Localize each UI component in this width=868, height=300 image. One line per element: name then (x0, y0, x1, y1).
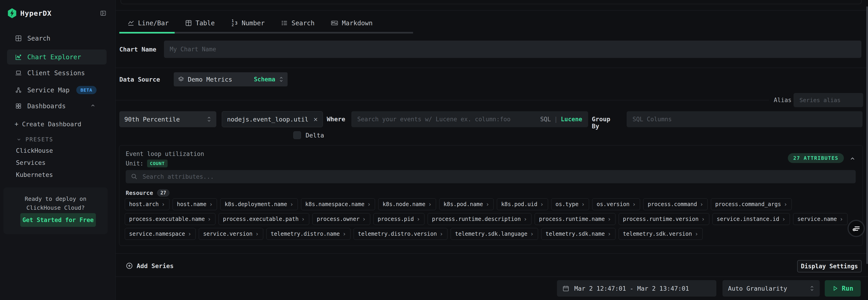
attribute-chip[interactable]: process.owner› (312, 213, 370, 225)
attribute-chip[interactable]: service.version› (199, 228, 263, 240)
metric-name: nodejs.event_loop.util (227, 116, 309, 123)
scrollbar[interactable] (866, 6, 868, 264)
chart-name-input[interactable] (164, 40, 861, 58)
create-dashboard-button[interactable]: + Create Dashboard (14, 120, 81, 128)
calendar-icon (562, 285, 569, 292)
attribute-chip[interactable]: telemetry.sdk.language› (451, 228, 538, 240)
chevron-right-icon: › (428, 201, 432, 208)
get-started-button[interactable]: Get Started for Free (20, 213, 96, 227)
attribute-chip[interactable]: process.command_args› (711, 198, 792, 210)
attribute-chip[interactable]: telemetry.sdk.name› (541, 228, 616, 240)
presets-toggle[interactable]: PRESETS (17, 136, 53, 143)
attribute-chip[interactable]: process.runtime.description› (428, 213, 531, 225)
attribute-chip[interactable]: process.runtime.name› (535, 213, 616, 225)
chevron-right-icon: › (255, 230, 259, 237)
attribute-chip[interactable]: service.namespace› (125, 228, 195, 240)
granularity-select[interactable]: Auto Granularity (722, 280, 820, 297)
attribute-chip[interactable]: service.name› (793, 213, 847, 225)
divider (116, 10, 868, 10)
attribute-chip[interactable]: k8s.node.name› (378, 198, 436, 210)
sidebar-item-label: Search (27, 35, 50, 42)
attribute-chip[interactable]: process.command› (643, 198, 708, 210)
dashboards-icon (15, 103, 22, 109)
metric-chip[interactable]: nodejs.event_loop.util ✕ (222, 111, 323, 127)
attribute-chip[interactable]: host.arch› (125, 198, 169, 210)
resource-count-badge: 27 (157, 189, 169, 196)
attribute-chip[interactable]: k8s.deployment.name› (220, 198, 298, 210)
scrolled-panel-edge (121, 0, 862, 4)
tab-label: Table (195, 19, 215, 27)
table-icon (185, 20, 192, 26)
sidebar-item-chart-explorer[interactable]: Chart Explorer (7, 50, 106, 64)
attribute-chip[interactable]: service.instance.id› (712, 213, 790, 225)
attribute-chip-label: k8s.namespace.name (305, 201, 365, 208)
tab-markdown[interactable]: Markdown (323, 14, 381, 32)
preset-item-kubernetes[interactable]: Kubernetes (16, 171, 53, 178)
aggregation-value: 90th Percentile (124, 116, 180, 123)
delta-checkbox[interactable] (293, 131, 301, 139)
sidebar: HyperDX Search Chart Explorer Client Ses… (0, 0, 116, 300)
tab-label: Markdown (342, 19, 373, 27)
number-123-icon: 123 (231, 19, 238, 27)
display-settings-button[interactable]: Display Settings (797, 260, 862, 272)
tab-table[interactable]: Table (177, 14, 223, 32)
group-by-input[interactable] (627, 111, 863, 127)
time-range-value: Mar 2 12:47:01 - Mar 2 13:47:01 (574, 285, 689, 292)
attribute-chip[interactable]: os.type› (551, 198, 589, 210)
chevron-right-icon: › (416, 216, 420, 222)
sidebar-item-service-map[interactable]: Service Map BETA (7, 83, 106, 98)
chevron-right-icon: › (701, 216, 705, 222)
data-source-select[interactable]: Demo Metrics Schema (174, 72, 287, 86)
sidebar-item-client-sessions[interactable]: Client Sessions (7, 65, 106, 80)
tab-search[interactable]: Search (273, 14, 323, 32)
attribute-chip[interactable]: process.executable.name› (125, 213, 215, 225)
sidebar-item-dashboards[interactable]: Dashboards (7, 99, 106, 113)
granularity-value: Auto Granularity (728, 285, 787, 292)
attribute-chip-label: process.pid (378, 216, 414, 222)
chevron-right-icon: › (784, 201, 787, 208)
tab-number[interactable]: 123 Number (223, 14, 273, 32)
attribute-chip[interactable]: k8s.pod.name› (439, 198, 494, 210)
lucene-toggle[interactable]: Lucene (561, 116, 582, 122)
sql-toggle[interactable]: SQL (540, 116, 551, 122)
attribute-chip-label: os.version (596, 201, 629, 208)
tab-label: Line/Bar (138, 19, 169, 27)
attribute-chip[interactable]: process.runtime.version› (619, 213, 709, 225)
attribute-chip[interactable]: host.name› (173, 198, 217, 210)
aggregation-select[interactable]: 90th Percentile (119, 111, 216, 127)
circle-plus-icon (126, 262, 133, 269)
attribute-search-input[interactable] (126, 170, 856, 183)
attribute-chip-label: k8s.pod.name (443, 201, 483, 208)
floating-widget-button[interactable] (847, 220, 865, 237)
tab-line-bar[interactable]: Line/Bar (119, 14, 177, 32)
attribute-chip-row: service.namespace›service.version›teleme… (125, 228, 857, 240)
attribute-chip[interactable]: k8s.namespace.name› (301, 198, 375, 210)
group-by-label: Group By (592, 115, 610, 130)
attribute-chip[interactable]: os.version› (592, 198, 640, 210)
add-series-button[interactable]: Add Series (126, 259, 174, 273)
attribute-chip[interactable]: telemetry.distro.name› (267, 228, 350, 240)
attribute-chip-label: host.arch (129, 201, 159, 208)
chevron-up-icon[interactable] (849, 156, 856, 163)
chevron-right-icon: › (209, 201, 213, 208)
schema-link[interactable]: Schema (254, 76, 275, 83)
alias-label: Alias (774, 97, 792, 104)
sidebar-collapse-button[interactable] (100, 10, 106, 17)
close-icon[interactable]: ✕ (314, 116, 318, 122)
attribute-chip[interactable]: process.executable.path› (219, 213, 309, 225)
chevron-up-icon[interactable] (90, 102, 96, 110)
attribute-chip[interactable]: telemetry.distro.version› (353, 228, 447, 240)
attribute-chip[interactable]: telemetry.sdk.version› (619, 228, 703, 240)
alias-input[interactable] (794, 93, 863, 107)
attribute-chip[interactable]: k8s.pod.uid› (497, 198, 548, 210)
preset-item-services[interactable]: Services (16, 159, 45, 166)
chevron-right-icon: › (840, 216, 843, 222)
time-range-picker[interactable]: Mar 2 12:47:01 - Mar 2 13:47:01 (557, 280, 716, 297)
preset-item-clickhouse[interactable]: ClickHouse (16, 147, 53, 154)
sidebar-item-search[interactable]: Search (7, 31, 106, 46)
attribute-chip-label: telemetry.sdk.version (623, 231, 692, 237)
attribute-chip[interactable]: process.pid› (373, 213, 425, 225)
chevron-right-icon: › (342, 230, 346, 237)
run-button[interactable]: Run (825, 280, 861, 297)
attribute-search (126, 170, 856, 183)
